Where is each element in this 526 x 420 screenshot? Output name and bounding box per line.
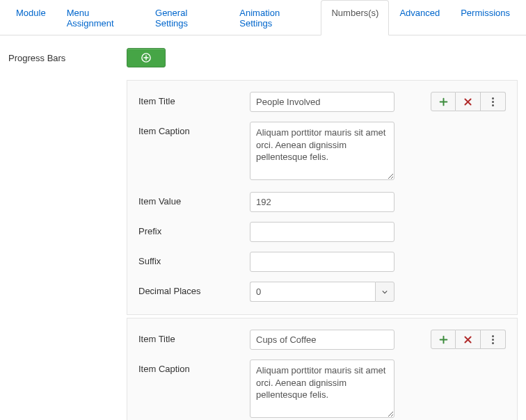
- item-title-input[interactable]: [250, 92, 394, 112]
- decimal-places-select[interactable]: 0: [250, 282, 394, 302]
- item-add-button[interactable]: [431, 92, 456, 111]
- suffix-input[interactable]: [250, 252, 394, 272]
- label-item-value: Item Value: [138, 192, 250, 207]
- item-caption-input[interactable]: [250, 122, 394, 180]
- item-caption-input[interactable]: [250, 360, 394, 418]
- item-value-input[interactable]: [250, 192, 394, 212]
- tab-general-settings[interactable]: General Settings: [145, 0, 229, 35]
- label-item-caption: Item Caption: [138, 122, 250, 136]
- item-panel: Item Title Item Caption: [127, 80, 518, 315]
- decimal-places-toggle[interactable]: [375, 282, 394, 302]
- plus-icon: [439, 335, 448, 344]
- item-title-input[interactable]: [250, 330, 394, 350]
- decimal-places-value: 0: [250, 282, 375, 302]
- chevron-down-icon: [382, 289, 388, 295]
- label-item-caption: Item Caption: [138, 360, 250, 374]
- label-decimal-places: Decimal Places: [138, 282, 250, 296]
- item-remove-button[interactable]: [456, 92, 481, 111]
- item-actions: [431, 92, 506, 111]
- plus-icon: [141, 53, 151, 63]
- close-icon: [463, 335, 472, 344]
- tab-menu-assignment[interactable]: Menu Assignment: [56, 0, 145, 35]
- close-icon: [463, 97, 472, 106]
- prefix-input[interactable]: [250, 222, 394, 242]
- item-panel: Item Title Item Caption: [127, 318, 518, 420]
- tab-permissions[interactable]: Permissions: [450, 0, 520, 35]
- item-add-button[interactable]: [431, 330, 456, 349]
- item-actions: [431, 330, 506, 349]
- item-menu-button[interactable]: [481, 330, 506, 349]
- item-menu-button[interactable]: [481, 92, 506, 111]
- kebab-icon: [492, 335, 494, 344]
- label-suffix: Suffix: [138, 252, 250, 266]
- section-label-progress-bars: Progress Bars: [8, 53, 127, 63]
- add-item-button[interactable]: [127, 48, 166, 67]
- tab-module[interactable]: Module: [6, 0, 56, 35]
- kebab-icon: [492, 97, 494, 106]
- item-remove-button[interactable]: [456, 330, 481, 349]
- tab-advanced[interactable]: Advanced: [389, 0, 450, 35]
- label-item-title: Item Title: [138, 330, 250, 344]
- label-item-title: Item Title: [138, 92, 250, 106]
- tab-animation-settings[interactable]: Animation Settings: [229, 0, 321, 35]
- plus-icon: [439, 97, 448, 106]
- tab-numbers[interactable]: Numbers(s): [321, 0, 389, 35]
- tabs: Module Menu Assignment General Settings …: [0, 0, 526, 35]
- label-prefix: Prefix: [138, 222, 250, 236]
